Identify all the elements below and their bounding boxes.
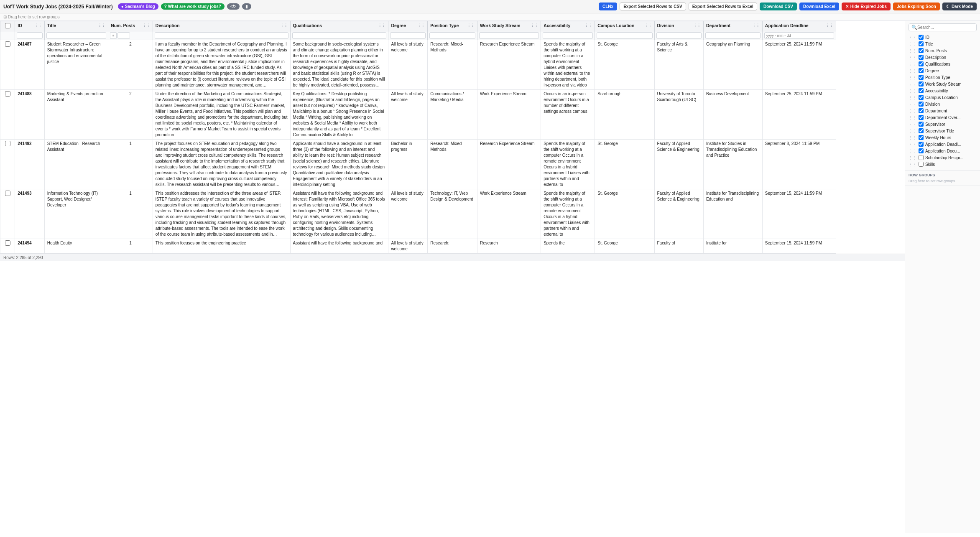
clnx-button[interactable]: CLNx — [599, 3, 617, 10]
filter-division-col[interactable] — [654, 31, 703, 40]
table-row[interactable]: 241494 Health Equity 1 This position foc… — [0, 239, 836, 254]
column-checkbox-weekly_hours[interactable] — [919, 135, 924, 140]
column-checkbox-scholarship[interactable] — [919, 155, 924, 160]
column-checkbox-campus_location[interactable] — [919, 95, 924, 100]
column-item-supervisor_title[interactable]: ⋮⋮ Supervisor Title — [909, 127, 977, 134]
export-excel-button[interactable]: Export Selected Rows to Excel — [689, 3, 757, 10]
column-checkbox-work_study_stream[interactable] — [919, 81, 924, 87]
filter-access-col[interactable] — [541, 31, 595, 40]
table-row[interactable]: 241487 Student Researcher – Green Stormw… — [0, 40, 836, 90]
th-division[interactable]: Division⋮⋮ — [654, 21, 703, 31]
filter-postype-col[interactable] — [428, 31, 477, 40]
column-item-application_doc[interactable]: ⋮⋮ Application Docu... — [909, 148, 977, 154]
column-checkbox-department[interactable] — [919, 108, 924, 113]
row-checkbox[interactable] — [5, 191, 10, 196]
column-item-campus_location[interactable]: ⋮⋮ Campus Location — [909, 94, 977, 101]
row-checkbox-cell[interactable] — [0, 239, 15, 254]
sort-access-icon[interactable]: ⋮⋮ — [584, 23, 592, 28]
filter-title-input[interactable] — [46, 32, 107, 39]
column-checkbox-skills[interactable] — [919, 162, 924, 167]
row-checkbox-cell[interactable] — [0, 40, 15, 90]
column-checkbox-application_doc[interactable] — [919, 148, 924, 153]
column-item-division[interactable]: ⋮⋮ Division — [909, 101, 977, 107]
filter-dept-input[interactable] — [705, 32, 761, 39]
column-checkbox-id[interactable] — [919, 35, 924, 40]
th-accessibility[interactable]: Accessibility⋮⋮ — [541, 21, 595, 31]
download-csv-button[interactable]: Download CSV — [760, 3, 797, 10]
sadmans-blog-badge[interactable]: ● Sadman's Blog — [118, 3, 158, 10]
filter-desc-col[interactable] — [153, 31, 290, 40]
th-position-type[interactable]: Position Type⋮⋮ — [428, 21, 477, 31]
sort-qual-icon[interactable]: ⋮⋮ — [378, 23, 385, 28]
select-all-col[interactable] — [0, 21, 15, 31]
column-checkbox-position_type[interactable] — [919, 75, 924, 80]
column-checkbox-qualifications[interactable] — [919, 61, 924, 66]
table-row[interactable]: 241492 STEM Education - Research Assista… — [0, 140, 836, 189]
sort-deadline-icon[interactable]: ⋮⋮ — [826, 23, 833, 28]
column-checkbox-accessibility[interactable] — [919, 88, 924, 93]
column-item-department[interactable]: ⋮⋮ Department — [909, 107, 977, 114]
column-item-id[interactable]: ⋮⋮ ID — [909, 34, 977, 41]
column-item-weekly_hours[interactable]: ⋮⋮ Weekly Hours — [909, 134, 977, 141]
github-badge[interactable]: </> — [227, 3, 240, 10]
filter-wss-input[interactable] — [479, 32, 539, 39]
column-item-supervisor[interactable]: ⋮⋮ Supervisor — [909, 121, 977, 127]
filter-campus-col[interactable] — [595, 31, 654, 40]
column-item-position_type[interactable]: ⋮⋮ Position Type — [909, 74, 977, 81]
th-qualifications[interactable]: Qualifications⋮⋮ — [290, 21, 388, 31]
row-checkbox-cell[interactable] — [0, 90, 15, 140]
filter-desc-input[interactable] — [155, 32, 288, 39]
filter-qual-col[interactable] — [290, 31, 388, 40]
th-department[interactable]: Department⋮⋮ — [703, 21, 762, 31]
filter-campus-input[interactable] — [597, 32, 652, 39]
notion-badge[interactable]: ▮ — [242, 3, 251, 10]
column-checkbox-department_over[interactable] — [919, 115, 924, 120]
download-excel-button[interactable]: Download Excel — [799, 3, 839, 10]
filter-qual-input[interactable] — [292, 32, 387, 39]
sort-division-icon[interactable]: ⋮⋮ — [693, 23, 701, 28]
column-checkbox-num_posts[interactable] — [919, 48, 924, 53]
column-item-title[interactable]: ⋮⋮ Title — [909, 41, 977, 47]
select-all-checkbox[interactable] — [5, 23, 10, 28]
filter-postype-input[interactable] — [429, 32, 475, 39]
column-item-accessibility[interactable]: ⋮⋮ Accessibility — [909, 87, 977, 94]
filter-deadline-input[interactable] — [764, 32, 834, 39]
filter-title-col[interactable] — [44, 31, 108, 40]
column-item-num_posts[interactable]: ⋮⋮ Num. Posts — [909, 47, 977, 54]
column-checkbox-division[interactable] — [919, 102, 924, 107]
column-item-skills[interactable]: ⋮⋮ Skills — [909, 161, 977, 168]
th-title[interactable]: Title⋮⋮ — [44, 21, 108, 31]
row-checkbox[interactable] — [5, 141, 10, 146]
column-checkbox-description[interactable] — [919, 55, 924, 60]
row-checkbox[interactable] — [5, 91, 10, 97]
filter-num-input[interactable] — [117, 32, 130, 39]
th-campus-location[interactable]: Campus Location⋮⋮ — [595, 21, 654, 31]
filter-wss-col[interactable] — [477, 31, 541, 40]
sort-postype-icon[interactable]: ⋮⋮ — [467, 23, 475, 28]
filter-dept-col[interactable] — [703, 31, 762, 40]
th-degree[interactable]: Degree⋮⋮ — [388, 21, 428, 31]
sort-wss-icon[interactable]: ⋮⋮ — [531, 23, 538, 28]
column-search-input[interactable] — [917, 25, 974, 30]
column-checkbox-degree[interactable] — [919, 68, 924, 73]
sort-title-icon[interactable]: ⋮⋮ — [98, 23, 105, 28]
column-checkbox-title[interactable] — [919, 41, 924, 46]
what-are-jobs-badge[interactable]: ? What are work study jobs? — [161, 3, 225, 10]
column-search-box[interactable]: 🔍 — [909, 23, 977, 31]
th-deadline[interactable]: Application Deadline⋮⋮ — [762, 21, 836, 31]
sort-num-icon[interactable]: ⋮⋮ — [143, 23, 150, 28]
column-item-qualifications[interactable]: ⋮⋮ Qualifications — [909, 61, 977, 67]
column-checkbox-supervisor_title[interactable] — [919, 128, 924, 133]
column-item-department_over[interactable]: ⋮⋮ Department Over... — [909, 114, 977, 121]
filter-degree-input[interactable] — [390, 32, 426, 39]
row-checkbox[interactable] — [5, 41, 10, 47]
row-checkbox[interactable] — [5, 240, 10, 246]
filter-num-col[interactable]: ≡ — [108, 31, 153, 40]
th-id[interactable]: ID⋮⋮ — [15, 21, 44, 31]
table-row[interactable]: 241493 Information Technology (IT) Suppo… — [0, 189, 836, 239]
column-checkbox-application_deadline[interactable] — [919, 142, 924, 147]
row-checkbox-cell[interactable] — [0, 140, 15, 189]
th-num-posts[interactable]: Num. Posts⋮⋮ — [108, 21, 153, 31]
th-description[interactable]: Description⋮⋮ — [153, 21, 290, 31]
export-csv-button[interactable]: Export Selected Rows to CSV — [620, 3, 686, 10]
